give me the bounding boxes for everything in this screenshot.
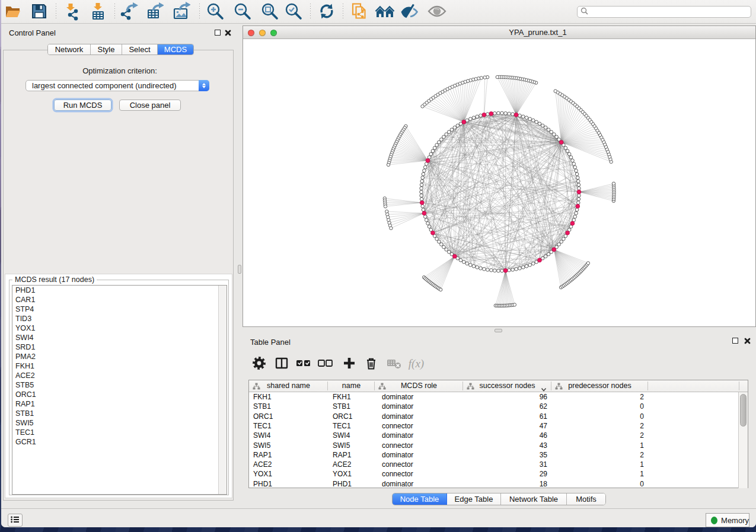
maximize-window-button[interactable]: [270, 30, 277, 36]
mcds-result-item[interactable]: YOX1: [12, 323, 227, 333]
table-row-TEC1[interactable]: TEC1TEC1connector472: [249, 421, 738, 431]
tab-node-table[interactable]: Node Table: [393, 493, 447, 505]
table-row-RAP1[interactable]: RAP1RAP1dominator352: [249, 450, 738, 460]
zoom-fit-icon: [260, 2, 279, 23]
cell: dominator: [375, 450, 463, 460]
float-table-panel-icon[interactable]: [732, 338, 738, 344]
table-row-ACE2[interactable]: ACE2ACE2connector311: [249, 460, 738, 469]
table-row-YOX1[interactable]: YOX1YOX1connector291: [249, 469, 738, 479]
apply-layout-button[interactable]: [317, 2, 337, 22]
unselect-all-columns-button[interactable]: [317, 355, 334, 373]
column-header-name[interactable]: name: [328, 380, 375, 392]
network-window-titlebar[interactable]: YPA_prune.txt_1: [243, 26, 755, 39]
mcds-result-item[interactable]: TID3: [12, 314, 227, 323]
export-network-button[interactable]: [119, 2, 139, 22]
close-panel-icon[interactable]: [225, 30, 231, 36]
memory-button[interactable]: Memory: [706, 513, 749, 527]
zoom-in-button[interactable]: [205, 2, 225, 22]
mcds-result-container: MCDS result (17 nodes) PHD1CAR1STP4TID3Y…: [5, 274, 232, 498]
mcds-result-item[interactable]: ACE2: [12, 371, 227, 380]
mcds-result-item[interactable]: TEC1: [12, 428, 227, 437]
column-header-predecessor-nodes[interactable]: predecessor nodes: [551, 380, 648, 392]
result-list-scrollbar[interactable]: [218, 286, 227, 494]
search-box[interactable]: [577, 6, 751, 18]
save-session-button[interactable]: [29, 2, 49, 22]
mcds-result-item[interactable]: PHD1: [12, 286, 227, 295]
export-table-button[interactable]: [144, 2, 164, 22]
toolbar-separator: [56, 4, 56, 20]
tab-mcds[interactable]: MCDS: [158, 44, 193, 55]
criterion-dropdown[interactable]: largest connected component (undirected): [25, 80, 209, 91]
cell: YOX1: [328, 469, 375, 479]
network-canvas[interactable]: [243, 39, 755, 326]
import-network-button[interactable]: [63, 2, 83, 22]
table-options-button[interactable]: [250, 355, 268, 373]
tab-network[interactable]: Network: [48, 44, 91, 55]
horizontal-splitter-handle[interactable]: [495, 329, 502, 332]
mcds-result-item[interactable]: ORC1: [12, 390, 227, 399]
mcds-result-item[interactable]: RAP1: [12, 399, 227, 409]
vertical-splitter-handle[interactable]: [238, 265, 241, 274]
show-all-button[interactable]: [427, 2, 447, 22]
hide-selected-button[interactable]: [399, 2, 419, 22]
save-session-icon: [30, 2, 49, 23]
mcds-result-item[interactable]: STB5: [12, 380, 227, 390]
table-row-FKH1[interactable]: FKH1FKH1dominator962: [249, 392, 738, 402]
mcds-result-item[interactable]: STB1: [12, 409, 227, 418]
export-image-button[interactable]: [171, 2, 191, 22]
tab-select[interactable]: Select: [122, 44, 158, 55]
table-row-ORC1[interactable]: ORC1ORC1dominator610: [249, 412, 738, 421]
show-panels-button[interactable]: [8, 514, 23, 527]
tab-style[interactable]: Style: [91, 44, 122, 55]
column-header-successor-nodes[interactable]: successor nodes: [463, 380, 551, 392]
import-table-button[interactable]: [88, 2, 108, 22]
zoom-fit-button[interactable]: [259, 2, 279, 22]
close-table-panel-icon[interactable]: [744, 338, 751, 344]
mcds-result-item[interactable]: STP4: [12, 305, 227, 314]
first-neighbors-button[interactable]: [375, 2, 395, 22]
mcds-result-item[interactable]: PMA2: [12, 352, 227, 361]
scrollbar-thumb[interactable]: [740, 394, 747, 427]
cell: 62: [463, 402, 551, 411]
add-column-button[interactable]: [340, 355, 358, 373]
cell: dominator: [375, 392, 463, 402]
toolbar-separator: [343, 4, 343, 20]
show-columns-button[interactable]: [273, 355, 291, 373]
tab-network-table[interactable]: Network Table: [501, 493, 567, 505]
column-header-MCDS-role[interactable]: MCDS role: [375, 380, 463, 392]
mcds-result-item[interactable]: SWI5: [12, 418, 227, 428]
zoom-out-button[interactable]: [232, 2, 252, 22]
table-row-STB1[interactable]: STB1STB1dominator620: [249, 402, 738, 411]
tab-edge-table[interactable]: Edge Table: [447, 493, 501, 505]
column-label: MCDS role: [375, 380, 463, 392]
column-header-shared-name[interactable]: shared name: [249, 380, 328, 392]
mcds-result-item[interactable]: FKH1: [12, 361, 227, 371]
cell: ACE2: [249, 460, 328, 469]
delete-column-button[interactable]: [362, 355, 380, 373]
clone-network-button[interactable]: [349, 2, 369, 22]
mcds-result-item[interactable]: SRD1: [12, 342, 227, 352]
table-row-SWI5[interactable]: SWI5SWI5connector431: [249, 441, 738, 450]
tab-motifs[interactable]: Motifs: [567, 493, 605, 505]
panel-list-icon: [11, 516, 20, 525]
search-input[interactable]: [591, 7, 751, 17]
table-scrollbar[interactable]: [738, 392, 748, 488]
close-panel-button[interactable]: Close panel: [119, 100, 181, 111]
close-window-button[interactable]: [248, 30, 254, 36]
mcds-result-item[interactable]: GCR1: [12, 437, 227, 447]
mcds-result-item[interactable]: SWI4: [12, 333, 227, 342]
zoom-selected-icon: [283, 2, 302, 23]
mcds-result-item[interactable]: CAR1: [12, 295, 227, 305]
network-graph[interactable]: [243, 39, 755, 326]
float-panel-icon[interactable]: [215, 30, 221, 36]
mcds-result-list[interactable]: PHD1CAR1STP4TID3YOX1SWI4SRD1PMA2FKH1ACE2…: [12, 285, 227, 495]
select-all-columns-button[interactable]: [295, 355, 312, 373]
cell: 1: [551, 441, 648, 450]
run-mcds-button[interactable]: Run MCDS: [54, 100, 111, 111]
table-row-SWI4[interactable]: SWI4SWI4dominator462: [249, 431, 738, 440]
open-file-button[interactable]: [3, 2, 23, 22]
minimize-window-button[interactable]: [259, 30, 266, 36]
cell: 96: [463, 392, 551, 402]
zoom-selected-button[interactable]: [283, 2, 303, 22]
table-row-PHD1[interactable]: PHD1PHD1dominator180: [249, 479, 738, 489]
